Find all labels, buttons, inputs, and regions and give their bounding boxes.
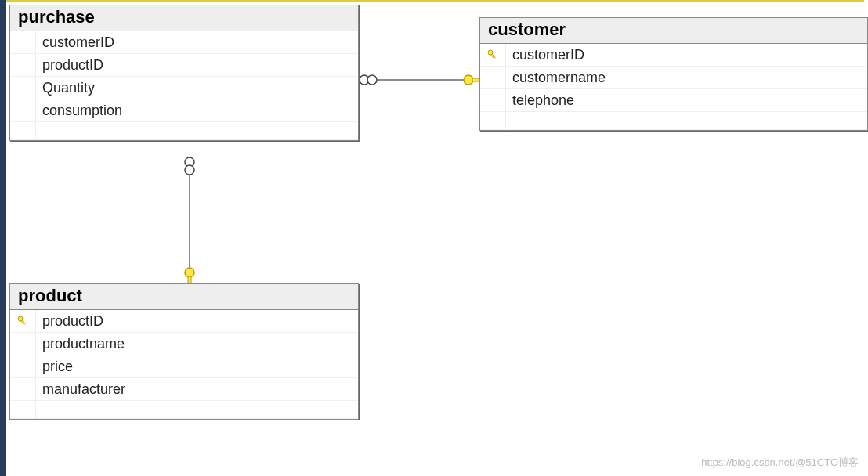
watermark-text: https://blog.csdn.net/@51CTO博客 bbox=[701, 456, 859, 470]
table-row[interactable]: Quantity bbox=[10, 77, 358, 99]
column-name: customerID bbox=[36, 34, 114, 51]
column-name: productID bbox=[36, 57, 103, 74]
column-name: manufacturer bbox=[36, 381, 125, 398]
table-purchase[interactable]: purchase customerID productID Quantity c… bbox=[9, 5, 359, 141]
table-row[interactable]: customername bbox=[480, 67, 867, 89]
ide-sidebar bbox=[0, 0, 6, 476]
pk-cell bbox=[10, 401, 36, 418]
table-row[interactable]: productname bbox=[10, 333, 358, 355]
pk-cell bbox=[10, 378, 36, 400]
svg-point-7 bbox=[185, 165, 194, 175]
pk-cell bbox=[10, 77, 36, 99]
table-row[interactable]: customerID bbox=[480, 44, 867, 67]
column-name: customerID bbox=[506, 47, 584, 63]
pk-cell bbox=[10, 99, 36, 121]
key-icon bbox=[487, 49, 498, 60]
table-row bbox=[10, 401, 358, 419]
pk-cell bbox=[480, 112, 506, 129]
table-customer[interactable]: customer customerID customername telepho… bbox=[479, 17, 868, 131]
table-title: purchase bbox=[10, 5, 358, 31]
table-product[interactable]: product productID productname price bbox=[9, 283, 359, 420]
key-icon bbox=[17, 316, 28, 326]
pk-cell bbox=[480, 89, 506, 111]
table-title: customer bbox=[480, 18, 867, 44]
table-columns: customerID customername telephone bbox=[480, 44, 867, 130]
column-name: customername bbox=[506, 70, 606, 86]
table-row[interactable]: customerID bbox=[10, 31, 358, 54]
pk-cell bbox=[480, 67, 506, 88]
table-row bbox=[10, 122, 358, 140]
pk-cell bbox=[10, 31, 36, 53]
diagram-canvas[interactable]: purchase customerID productID Quantity c… bbox=[6, 2, 868, 476]
column-name: telephone bbox=[506, 92, 574, 109]
table-columns: productID productname price manufacturer bbox=[10, 310, 358, 419]
column-name: productname bbox=[36, 336, 125, 352]
table-row bbox=[480, 112, 867, 130]
column-name: Quantity bbox=[36, 80, 95, 96]
pk-cell bbox=[10, 122, 36, 139]
svg-point-3 bbox=[464, 75, 473, 85]
pk-cell bbox=[10, 333, 36, 355]
svg-rect-11 bbox=[491, 54, 496, 59]
pk-cell bbox=[10, 310, 36, 332]
column-name: productID bbox=[36, 313, 103, 330]
column-name: price bbox=[36, 359, 73, 375]
table-row[interactable]: price bbox=[10, 355, 358, 378]
table-row[interactable]: productID bbox=[10, 54, 358, 77]
table-row[interactable]: telephone bbox=[480, 89, 867, 112]
table-row[interactable]: manufacturer bbox=[10, 378, 358, 401]
table-columns: customerID productID Quantity consumptio… bbox=[10, 31, 358, 140]
column-name: consumption bbox=[36, 103, 122, 119]
table-title: product bbox=[10, 284, 358, 310]
svg-rect-13 bbox=[21, 320, 26, 325]
svg-point-8 bbox=[185, 268, 194, 277]
svg-point-6 bbox=[185, 157, 194, 167]
table-row[interactable]: productID bbox=[10, 310, 358, 333]
table-row[interactable]: consumption bbox=[10, 99, 358, 122]
pk-cell bbox=[10, 54, 36, 76]
pk-cell bbox=[10, 355, 36, 377]
svg-point-2 bbox=[367, 75, 377, 85]
svg-point-1 bbox=[360, 75, 369, 85]
pk-cell bbox=[480, 44, 506, 66]
